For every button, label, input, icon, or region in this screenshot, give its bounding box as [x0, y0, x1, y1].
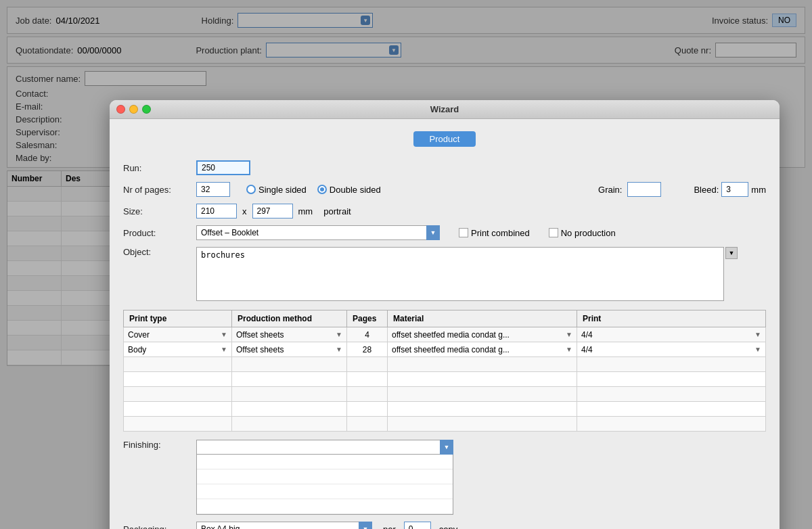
size-height-input[interactable] — [252, 204, 293, 218]
print-cell-0[interactable]: 4/4 ▼ — [581, 330, 761, 340]
empty-cell — [232, 357, 347, 372]
finishing-list — [196, 455, 453, 515]
cell-print-type-0: Cover ▼ — [124, 327, 232, 342]
print-arrow-1: ▼ — [754, 346, 761, 353]
size-unit: mm — [298, 206, 313, 216]
print-type-cell-1[interactable]: Body ▼ — [128, 345, 227, 354]
cell-print-type-1: Body ▼ — [124, 342, 232, 357]
print-type-cell-0[interactable]: Cover ▼ — [128, 330, 227, 340]
packaging-label: Packaging: — [123, 524, 191, 530]
double-sided-radio[interactable] — [317, 185, 327, 194]
material-value-0: offset sheetfed media condat g... — [392, 330, 510, 340]
print-combined-option[interactable]: Print combined — [459, 228, 530, 238]
object-textarea[interactable]: brochures — [196, 247, 724, 301]
empty-cell — [577, 402, 766, 417]
product-tab-container: Product — [110, 119, 780, 147]
wizard-modal: Wizard Product Run: Nr of pages: Single … — [110, 100, 780, 529]
finishing-list-row[interactable] — [197, 499, 453, 514]
titlebar-buttons — [116, 105, 151, 114]
empty-cell — [124, 387, 232, 402]
table-row — [124, 402, 766, 417]
packaging-select[interactable]: Box A4 big — [196, 522, 372, 529]
empty-cell — [577, 357, 766, 372]
wizard-titlebar: Wizard — [110, 100, 780, 119]
object-dropdown-btn[interactable]: ▼ — [725, 247, 738, 259]
cell-print-0: 4/4 ▼ — [577, 327, 766, 342]
size-x: x — [242, 206, 247, 216]
print-combined-label: Print combined — [471, 228, 530, 238]
maximize-button[interactable] — [142, 105, 151, 114]
prod-method-cell-1[interactable]: Offset sheets ▼ — [236, 345, 342, 354]
size-label: Size: — [123, 206, 191, 216]
production-table: Print type Production method Pages Mater… — [123, 310, 766, 432]
print-value-1: 4/4 — [581, 345, 593, 354]
bleed-label: Bleed: — [694, 185, 719, 195]
finishing-select[interactable] — [196, 440, 453, 455]
material-cell-0[interactable]: offset sheetfed media condat g... ▼ — [392, 330, 572, 340]
run-row: Run: — [123, 160, 766, 175]
empty-cell — [124, 417, 232, 432]
product-select-wrapper[interactable]: Offset – Booklet ▼ — [196, 225, 440, 240]
object-label: Object: — [123, 247, 191, 257]
empty-cell — [232, 402, 347, 417]
empty-cell — [577, 417, 766, 432]
prod-method-value-0: Offset sheets — [236, 330, 284, 340]
finishing-list-row[interactable] — [197, 469, 453, 484]
print-type-value-0: Cover — [128, 330, 150, 340]
object-wrapper: brochures ▼ — [196, 247, 724, 303]
cell-pages-0: 4 — [347, 327, 388, 342]
no-production-checkbox[interactable] — [549, 228, 558, 237]
size-width-input[interactable] — [196, 204, 237, 218]
nr-pages-input[interactable] — [196, 182, 230, 197]
object-row: Object: brochures ▼ — [123, 247, 766, 303]
empty-cell — [124, 372, 232, 387]
empty-cell — [388, 402, 577, 417]
pages-value-0: 4 — [365, 330, 369, 340]
print-type-arrow-1: ▼ — [221, 346, 227, 353]
prod-method-arrow-1: ▼ — [336, 346, 342, 353]
close-button[interactable] — [116, 105, 125, 114]
grain-label: Grain: — [598, 185, 622, 195]
table-row — [124, 372, 766, 387]
material-cell-1[interactable]: offset sheetfed media condat g... ▼ — [392, 345, 572, 354]
double-sided-option[interactable]: Double sided — [317, 185, 381, 195]
finishing-select-wrapper[interactable]: ▼ — [196, 440, 453, 455]
material-value-1: offset sheetfed media condat g... — [392, 345, 510, 354]
empty-cell — [347, 387, 388, 402]
packaging-per-input[interactable] — [404, 522, 431, 529]
finishing-list-row[interactable] — [197, 455, 453, 469]
size-orientation: portrait — [323, 206, 351, 216]
print-value-0: 4/4 — [581, 330, 593, 340]
single-sided-option[interactable]: Single sided — [246, 185, 307, 195]
pages-value-1: 28 — [363, 345, 371, 354]
product-row: Product: Offset – Booklet ▼ Print combin… — [123, 225, 766, 240]
run-input[interactable] — [196, 160, 250, 175]
packaging-select-wrapper[interactable]: Box A4 big ▼ — [196, 522, 372, 529]
print-combined-checkbox[interactable] — [459, 228, 468, 237]
bleed-section: Bleed: mm — [694, 182, 766, 197]
cell-pages-1: 28 — [347, 342, 388, 357]
run-label: Run: — [123, 163, 191, 173]
empty-cell — [232, 387, 347, 402]
nr-pages-label: Nr of pages: — [123, 185, 191, 195]
empty-cell — [388, 417, 577, 432]
bleed-input[interactable] — [721, 182, 748, 197]
side-radio-group: Single sided Double sided — [246, 185, 381, 195]
product-select[interactable]: Offset – Booklet — [196, 225, 440, 240]
empty-cell — [347, 402, 388, 417]
finishing-list-row[interactable] — [197, 484, 453, 499]
col-print-type: Print type — [124, 310, 232, 327]
single-sided-label: Single sided — [258, 185, 307, 195]
minimize-button[interactable] — [129, 105, 138, 114]
double-sided-label: Double sided — [330, 185, 381, 195]
empty-cell — [124, 402, 232, 417]
grain-input[interactable] — [627, 182, 661, 197]
print-cell-1[interactable]: 4/4 ▼ — [581, 345, 761, 354]
empty-cell — [232, 372, 347, 387]
table-row — [124, 357, 766, 372]
no-production-option[interactable]: No production — [549, 228, 616, 238]
empty-cell — [388, 372, 577, 387]
single-sided-radio[interactable] — [246, 185, 256, 194]
product-tab-button[interactable]: Product — [413, 131, 476, 147]
prod-method-cell-0[interactable]: Offset sheets ▼ — [236, 330, 342, 340]
